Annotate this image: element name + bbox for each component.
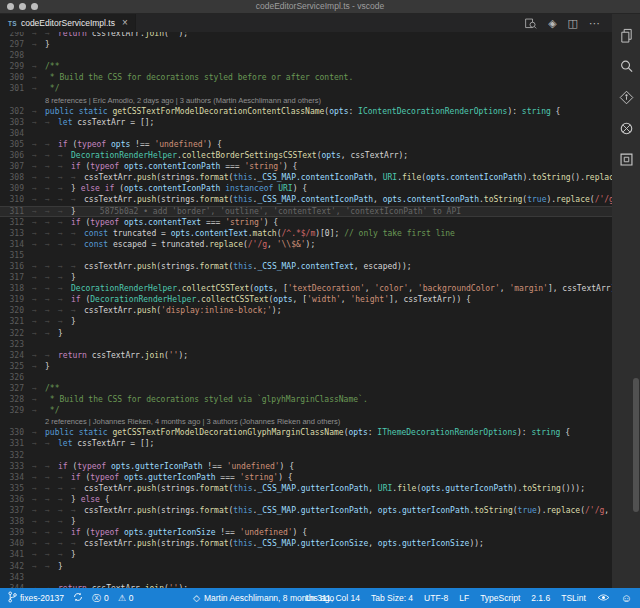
- code-line[interactable]: 322→→}: [0, 328, 612, 339]
- code-line[interactable]: 336→→→} else {: [0, 494, 612, 505]
- line-number[interactable]: 336: [0, 494, 32, 505]
- extensions-icon[interactable]: [612, 144, 640, 175]
- line-number[interactable]: 319: [0, 294, 32, 305]
- code-line[interactable]: 310→→→→cssTextArr.push(strings.format(th…: [0, 194, 612, 205]
- code-line[interactable]: 307→→→if (typeof opts.contentIconPath ==…: [0, 161, 612, 172]
- code-line[interactable]: 330→public static getCSSTextForModelDeco…: [0, 427, 612, 438]
- code-line[interactable]: 303→→let cssTextArr = [];: [0, 117, 612, 128]
- code-line[interactable]: 306→→→DecorationRenderHelper.collectBord…: [0, 150, 612, 161]
- line-number[interactable]: 306: [0, 150, 32, 161]
- status-sync[interactable]: [73, 592, 83, 604]
- code-line[interactable]: 339→→→if (typeof opts.gutterIconSize !==…: [0, 527, 612, 538]
- code-line[interactable]: 318→→→DecorationRenderHelper.collectCSST…: [0, 283, 612, 294]
- status-feedback[interactable]: ☺: [621, 593, 632, 604]
- line-number[interactable]: 323: [0, 339, 32, 350]
- more-actions-icon[interactable]: ⋯: [589, 18, 600, 29]
- code-line[interactable]: 300→ * Build the CSS for decorations sty…: [0, 72, 612, 83]
- line-number[interactable]: 315: [0, 250, 32, 261]
- code-line[interactable]: 321→→→}: [0, 316, 612, 327]
- code-line[interactable]: 313→→→→const truncated = opts.contentTex…: [0, 228, 612, 239]
- line-number[interactable]: 328: [0, 394, 32, 405]
- code-line[interactable]: 325→}: [0, 361, 612, 372]
- line-number[interactable]: 332: [0, 450, 32, 461]
- code-line[interactable]: 297→}: [0, 39, 612, 50]
- line-number[interactable]: 337: [0, 505, 32, 516]
- code-line[interactable]: 316→→→→cssTextArr.push(strings.format(th…: [0, 261, 612, 272]
- line-number[interactable]: 326: [0, 372, 32, 383]
- code-line[interactable]: 334→→→if (typeof opts.gutterIconPath ===…: [0, 472, 612, 483]
- code-line[interactable]: 319→→→if (DecorationRenderHelper.collect…: [0, 294, 612, 305]
- code-line[interactable]: 299→/**: [0, 61, 612, 72]
- open-changes-icon[interactable]: ◈: [548, 18, 556, 29]
- codelens[interactable]: 2 references | Johannes Rieken, 4 months…: [0, 416, 612, 427]
- code-line[interactable]: 304: [0, 128, 612, 139]
- status-watch[interactable]: [597, 593, 610, 604]
- line-number[interactable]: 318: [0, 283, 32, 294]
- code-line[interactable]: 323: [0, 339, 612, 350]
- line-number[interactable]: 316: [0, 261, 32, 272]
- line-number[interactable]: 340: [0, 538, 32, 549]
- line-number[interactable]: 331: [0, 438, 32, 449]
- line-number[interactable]: 305: [0, 139, 32, 150]
- code-line[interactable]: 308→→→→cssTextArr.push(strings.format(th…: [0, 172, 612, 183]
- code-line[interactable]: 335→→→→cssTextArr.push(strings.format(th…: [0, 483, 612, 494]
- line-number[interactable]: 343: [0, 572, 32, 583]
- line-number[interactable]: 333: [0, 461, 32, 472]
- line-number[interactable]: 320: [0, 305, 32, 316]
- line-number[interactable]: 334: [0, 472, 32, 483]
- status-errors[interactable]: ⓧ0: [92, 593, 109, 603]
- line-number[interactable]: 327: [0, 383, 32, 394]
- code-line[interactable]: 315: [0, 250, 612, 261]
- close-icon[interactable]: ×: [122, 18, 128, 28]
- source-control-icon[interactable]: [612, 82, 640, 113]
- code-line[interactable]: 327→/**: [0, 383, 612, 394]
- line-number[interactable]: 307: [0, 161, 32, 172]
- line-number[interactable]: 313: [0, 228, 32, 239]
- line-number[interactable]: 335: [0, 483, 32, 494]
- code-line[interactable]: 320→→→→cssTextArr.push('display:inline-b…: [0, 305, 612, 316]
- line-number[interactable]: 302: [0, 106, 32, 117]
- code-line[interactable]: 298: [0, 50, 612, 61]
- tab-codeeditorserviceimpl[interactable]: TS codeEditorServiceImpl.ts ×: [0, 14, 136, 32]
- line-number[interactable]: 300: [0, 72, 32, 83]
- line-number[interactable]: 314: [0, 239, 32, 250]
- code-line[interactable]: 331→→let cssTextArr = [];: [0, 438, 612, 449]
- open-preview-icon[interactable]: [524, 17, 537, 30]
- line-number[interactable]: 329: [0, 405, 32, 416]
- status-language-mode[interactable]: TypeScript: [480, 593, 520, 603]
- line-number[interactable]: 330: [0, 427, 32, 438]
- status-warnings[interactable]: ⚠0: [118, 593, 134, 603]
- code-line[interactable]: 309→→→} else if (opts.contentIconPath in…: [0, 183, 612, 194]
- code-line[interactable]: 341→→→}: [0, 549, 612, 560]
- status-encoding[interactable]: UTF-8: [424, 593, 448, 603]
- scrollbar[interactable]: [633, 378, 639, 512]
- code-line[interactable]: 333→→if (typeof opts.gutterIconPath !== …: [0, 461, 612, 472]
- code-line[interactable]: 301→ */: [0, 83, 612, 94]
- line-number[interactable]: 342: [0, 561, 32, 572]
- line-number[interactable]: 317: [0, 272, 32, 283]
- files-icon[interactable]: [612, 20, 640, 51]
- line-number[interactable]: 309: [0, 183, 32, 194]
- line-number[interactable]: 310: [0, 194, 32, 205]
- line-number[interactable]: 311: [0, 206, 32, 217]
- line-number[interactable]: 325: [0, 361, 32, 372]
- debug-icon[interactable]: [612, 113, 640, 144]
- code-line[interactable]: 337→→→→cssTextArr.push(strings.format(th…: [0, 505, 612, 516]
- code-line[interactable]: 332: [0, 450, 612, 461]
- code-line[interactable]: 343: [0, 572, 612, 583]
- code-line[interactable]: 329→ */: [0, 405, 612, 416]
- code-line[interactable]: 296→→return cssTextArr.join('');: [0, 32, 612, 39]
- code-line[interactable]: 305→→if (typeof opts !== 'undefined') {: [0, 139, 612, 150]
- line-number[interactable]: 301: [0, 83, 32, 94]
- line-number[interactable]: 304: [0, 128, 32, 139]
- code-line[interactable]: 302→public static getCSSTextForModelDeco…: [0, 106, 612, 117]
- line-number[interactable]: 339: [0, 527, 32, 538]
- code-line[interactable]: 324→→return cssTextArr.join('');: [0, 350, 612, 361]
- line-number[interactable]: 338: [0, 516, 32, 527]
- code-area[interactable]: 296→→return cssTextArr.join('');297→}298…: [0, 32, 612, 588]
- status-blame[interactable]: ◇Martin Aeschlimann, 8 months ago: [193, 588, 334, 608]
- line-number[interactable]: 303: [0, 117, 32, 128]
- line-number[interactable]: 299: [0, 61, 32, 72]
- code-line[interactable]: 338→→→}: [0, 516, 612, 527]
- line-number[interactable]: 298: [0, 50, 32, 61]
